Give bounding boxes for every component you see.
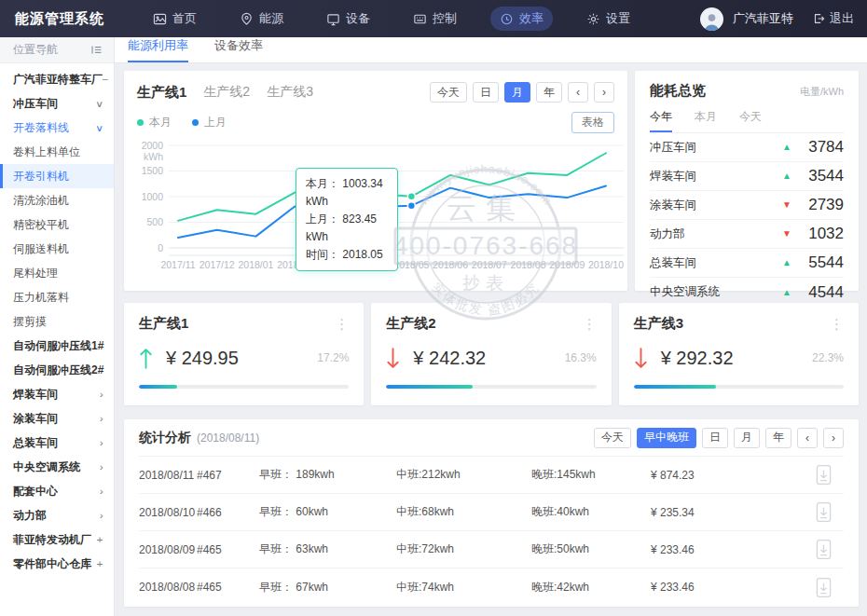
- stat-range-button[interactable]: ‹: [797, 428, 818, 448]
- range-button[interactable]: ‹: [568, 82, 588, 103]
- legend-item: 上月: [192, 115, 227, 130]
- stat-range-button[interactable]: ›: [823, 428, 844, 448]
- caret-icon: +: [97, 535, 103, 545]
- sidebar-item[interactable]: 自动伺服冲压线1#: [0, 334, 114, 358]
- statistics-date: (2018/08/11): [197, 431, 259, 445]
- user-avatar[interactable]: [700, 7, 723, 31]
- sidebar-item[interactable]: 摆剪摸: [0, 309, 114, 334]
- cell-number: #467: [197, 469, 259, 482]
- sidebar-item[interactable]: 零件部中心仓库 +: [0, 552, 114, 576]
- svg-text:2018/01: 2018/01: [238, 259, 273, 270]
- sidebar-item[interactable]: 菲亚特发动机厂 +: [0, 527, 114, 552]
- download-button[interactable]: [815, 501, 833, 523]
- cell-amount: ¥ 235.34: [651, 506, 800, 519]
- card-percent: 22.3%: [812, 351, 844, 364]
- stat-range-button[interactable]: 年: [765, 428, 791, 448]
- tab-energy-utilization[interactable]: 能源利用率: [128, 37, 188, 62]
- cell-date: 2018/08/09: [139, 543, 197, 556]
- nav-item-efficiency[interactable]: 效率: [490, 7, 553, 31]
- card-amount: ¥ 249.95: [166, 348, 239, 369]
- more-menu-icon[interactable]: ⋮: [335, 317, 349, 331]
- main-nav: 首页 能源 设备 控制 效率 设置: [144, 7, 640, 31]
- caret-icon: ›: [99, 511, 103, 521]
- nav-item-home[interactable]: 首页: [144, 7, 206, 31]
- sidebar-item[interactable]: 中央空调系统 ›: [0, 455, 114, 479]
- sidebar-item[interactable]: 伺服送料机: [0, 237, 114, 261]
- nav-item-energy[interactable]: 能源: [230, 7, 293, 31]
- sidebar-item[interactable]: 尾料处理: [0, 261, 114, 285]
- tab-device-efficiency[interactable]: 设备效率: [214, 37, 263, 62]
- caret-icon: ›: [99, 438, 103, 448]
- statistics-card: 统计分析 (2018/08/11) 今天早中晚班日月年‹› 2018/08/11…: [124, 419, 859, 607]
- range-button[interactable]: 年: [536, 82, 562, 103]
- svg-text:2018/09: 2018/09: [549, 259, 585, 270]
- legend-dot-last-month: [192, 119, 199, 126]
- sidebar-item[interactable]: 压力机落料: [0, 285, 114, 309]
- overview-tab[interactable]: 今年: [650, 109, 672, 132]
- sidebar-item[interactable]: 自动伺服冲压线2#: [0, 358, 114, 382]
- sidebar-item[interactable]: 精密校平机: [0, 212, 114, 237]
- overview-tab[interactable]: 本月: [695, 109, 717, 132]
- overview-tab[interactable]: 今天: [739, 109, 762, 132]
- top-tabs: 能源利用率 设备效率: [115, 37, 867, 63]
- card-title: 生产线2: [386, 315, 435, 333]
- stat-range-button[interactable]: 早中晚班: [637, 428, 696, 448]
- cell-middle-shift: 中班:68kwh: [396, 504, 531, 520]
- table-row: 2018/08/10 #466 早班： 60kwh 中班:68kwh 晚班:40…: [139, 494, 844, 531]
- collapse-menu-icon[interactable]: [90, 44, 103, 56]
- chart-line-tab[interactable]: 生产线1: [137, 84, 186, 102]
- more-menu-icon[interactable]: ⋮: [583, 317, 597, 331]
- nav-item-settings[interactable]: 设置: [577, 7, 640, 31]
- table-view-button[interactable]: 表格: [571, 112, 614, 133]
- cell-night-shift: 晚班:42kwh: [531, 580, 651, 595]
- more-menu-icon[interactable]: ⋮: [830, 317, 844, 331]
- caret-icon: ›: [99, 462, 103, 472]
- sidebar-item[interactable]: 卷料上料单位: [0, 140, 114, 164]
- sidebar-item[interactable]: 广汽菲亚特整车厂 −: [0, 67, 114, 91]
- nav-item-control[interactable]: 控制: [404, 7, 466, 31]
- sidebar-header: 位置导航: [0, 37, 114, 63]
- range-button[interactable]: 今天: [430, 82, 467, 103]
- logout-button[interactable]: 退出: [812, 10, 854, 27]
- sidebar-item[interactable]: 清洗涂油机: [0, 188, 114, 212]
- trend-icon: [782, 171, 791, 181]
- legend-dot-current-month: [137, 119, 144, 126]
- energy-row: 焊装车间 3544: [650, 162, 844, 191]
- sidebar-item[interactable]: 总装车间 ›: [0, 431, 114, 455]
- range-button[interactable]: 月: [504, 82, 530, 103]
- sidebar-item[interactable]: 涂装车间 ›: [0, 406, 114, 431]
- download-file-icon: [815, 539, 833, 560]
- download-button[interactable]: [815, 539, 833, 560]
- cell-number: #465: [197, 543, 259, 556]
- stat-range-button[interactable]: 月: [734, 428, 760, 448]
- production-line-chart-card: 生产线1生产线2生产线3 今天日月年‹› 本月 上月 表格: [124, 71, 627, 291]
- content: 生产线1生产线2生产线3 今天日月年‹› 本月 上月 表格: [115, 63, 867, 607]
- energy-row: 动力部 1032: [650, 220, 844, 249]
- username-label[interactable]: 广汽菲亚特: [733, 10, 793, 27]
- overview-unit: 电量/kWh: [800, 85, 844, 99]
- sidebar-item[interactable]: 开卷落料线 ∨: [0, 116, 114, 140]
- sidebar-item[interactable]: 动力部 ›: [0, 503, 114, 527]
- stat-range-button[interactable]: 今天: [594, 428, 631, 448]
- svg-text:2018/05: 2018/05: [393, 259, 429, 270]
- trend-arrow-icon: [139, 346, 153, 371]
- overview-title: 能耗总览: [650, 82, 706, 100]
- chart-line-tabs: 生产线1生产线2生产线3: [137, 84, 313, 102]
- trend-icon: [782, 200, 791, 210]
- chart-line-tab[interactable]: 生产线3: [267, 84, 313, 101]
- sidebar-item[interactable]: 配套中心 ›: [0, 479, 114, 503]
- stat-range-button[interactable]: 日: [702, 428, 728, 448]
- sidebar-item[interactable]: 开卷引料机: [0, 164, 114, 188]
- download-button[interactable]: [815, 577, 833, 598]
- cell-amount: ¥ 233.46: [651, 581, 800, 594]
- chart-line-tab[interactable]: 生产线2: [203, 84, 250, 101]
- range-button[interactable]: ›: [594, 82, 614, 103]
- progress-bar: [634, 385, 844, 389]
- svg-text:2017/12: 2017/12: [200, 259, 235, 270]
- download-button[interactable]: [815, 464, 833, 486]
- progress-bar: [139, 385, 349, 389]
- nav-item-device[interactable]: 设备: [317, 7, 379, 31]
- range-button[interactable]: 日: [473, 82, 499, 103]
- sidebar-item[interactable]: 冲压车间 ∨: [0, 91, 114, 116]
- sidebar-item[interactable]: 焊装车间 ›: [0, 382, 114, 406]
